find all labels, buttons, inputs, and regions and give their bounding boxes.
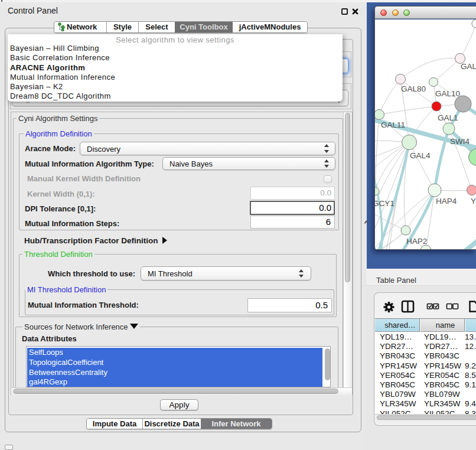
svg-text:HAP2: HAP2 [406, 237, 427, 246]
svg-text:GAL4: GAL4 [410, 151, 431, 160]
svg-text:GAL1: GAL1 [438, 113, 458, 122]
svg-text:GCY1: GCY1 [375, 199, 395, 208]
svg-text:HAP4: HAP4 [436, 197, 457, 206]
svg-text:SWI4: SWI4 [450, 137, 470, 146]
svg-text:GAL11: GAL11 [381, 120, 405, 129]
svg-text:GAL80: GAL80 [401, 84, 426, 93]
svg-text:GAL80: GAL80 [461, 62, 476, 71]
svg-text:Y: Y [471, 197, 476, 206]
svg-text:GAL10: GAL10 [435, 89, 460, 98]
